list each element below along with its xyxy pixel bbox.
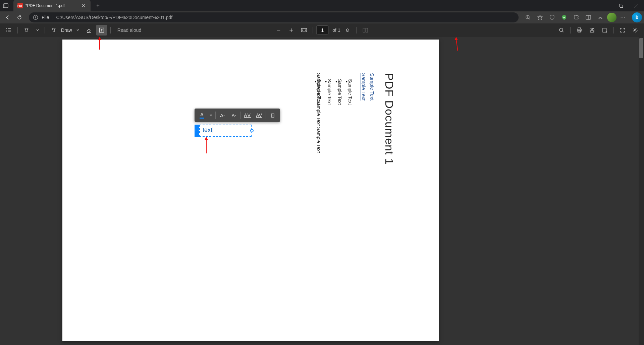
svg-rect-14 [586,15,591,19]
svg-point-7 [34,15,38,20]
svg-rect-23 [99,28,104,32]
erase-button[interactable] [84,25,94,36]
text-color-dropdown[interactable] [208,110,214,121]
svg-rect-35 [577,29,581,31]
zoom-indicator-icon[interactable] [523,12,533,23]
textbox-drag-handle[interactable]: ⋮⋮ [195,125,199,137]
profile-avatar[interactable] [607,13,616,22]
svg-point-10 [526,15,529,19]
fit-width-button[interactable] [299,25,309,36]
text-annotation-box[interactable]: ⋮⋮ text [195,125,252,137]
tab-actions-button[interactable] [0,0,11,11]
security-shield-icon[interactable] [559,12,570,23]
text-color-button[interactable]: A [197,110,207,121]
collections-button[interactable] [595,12,606,23]
svg-rect-34 [578,28,581,29]
svg-rect-30 [363,28,365,32]
print-button[interactable] [574,25,585,36]
page-total-label: of 1 [332,27,340,33]
svg-rect-37 [591,28,593,29]
svg-line-5 [635,4,638,8]
split-screen-button[interactable] [583,12,594,23]
add-text-button[interactable] [96,25,107,36]
more-menu-button[interactable]: ⋯ [618,12,629,23]
bing-button[interactable]: b [632,12,642,22]
increase-spacing-button[interactable]: AV [242,110,253,121]
sample-link-1: Sample Text [369,73,375,100]
highlight-dropdown[interactable] [34,25,41,36]
settings-button[interactable] [630,25,641,36]
close-tab-button[interactable]: ✕ [80,3,87,9]
extensions-button[interactable] [571,12,582,23]
pdf-favicon: PDF [17,3,23,8]
refresh-button[interactable] [14,12,25,23]
svg-point-20 [6,31,7,32]
page-view-button[interactable] [360,25,371,36]
maximize-window-button[interactable] [613,0,629,11]
svg-rect-4 [620,5,623,7]
delete-annotation-button[interactable] [267,110,278,121]
paragraph-text: Sample Text Sample Text Sample Text [316,73,321,153]
save-button[interactable] [587,25,597,36]
browser-tab[interactable]: PDF *PDF Document 1.pdf ✕ [13,0,91,11]
url-scheme: File [42,15,49,20]
svg-line-6 [635,4,638,8]
find-button[interactable] [556,25,567,36]
textbox-input[interactable]: text [199,125,252,137]
read-aloud-button[interactable]: Read aloud [114,27,145,33]
draw-dropdown[interactable] [74,25,82,36]
draw-label: Draw [61,27,72,33]
pdf-toolbar: Draw Read aloud of 1 [0,23,644,37]
svg-point-39 [635,29,636,31]
svg-rect-29 [301,28,307,32]
svg-point-18 [6,30,7,30]
pdf-viewport[interactable]: PDF Document 1 Sample Text Sample Text •… [0,37,644,345]
site-info-icon[interactable] [33,15,38,20]
tab-title: *PDF Document 1.pdf [25,3,78,8]
highlight-button[interactable] [21,25,32,36]
svg-point-8 [35,16,36,17]
close-window-button[interactable] [629,0,644,11]
text-annotation-toolbar: A A▴ A▾ AV AV [195,109,280,122]
svg-line-33 [562,31,564,32]
url-path: C:/Users/ASUS/Desktop/~/PDF%20Document%2… [56,15,173,20]
svg-rect-31 [366,28,368,32]
vertical-scrollbar[interactable] [639,37,644,345]
increase-font-button[interactable]: A▴ [217,110,228,121]
contents-button[interactable] [3,25,14,36]
svg-rect-40 [271,114,274,117]
save-as-button[interactable] [599,25,610,36]
rotate-button[interactable] [342,25,353,36]
document-title: PDF Document 1 [383,73,396,165]
tracking-prevention-icon[interactable] [547,12,557,23]
new-tab-button[interactable]: ＋ [93,1,103,10]
svg-line-11 [529,18,530,19]
sample-link-2: Sample Text [361,73,367,100]
decrease-font-button[interactable]: A▾ [228,110,239,121]
zoom-in-button[interactable] [286,25,297,36]
svg-rect-3 [619,4,622,7]
svg-point-16 [6,28,7,29]
minimize-window-button[interactable] [598,0,613,11]
svg-rect-36 [578,30,581,32]
page-number-input[interactable] [316,25,328,35]
draw-button[interactable] [48,25,59,36]
svg-rect-38 [591,30,593,32]
textbox-resize-handle[interactable] [250,129,254,132]
svg-rect-0 [3,4,8,8]
scrollbar-thumb[interactable] [639,38,643,58]
fullscreen-button[interactable] [617,25,628,36]
back-button[interactable] [2,12,13,23]
svg-point-32 [559,28,563,31]
address-bar[interactable]: File C:/Users/ASUS/Desktop/~/PDF%20Docum… [29,12,519,22]
zoom-out-button[interactable] [273,25,284,36]
favorite-button[interactable] [535,12,545,23]
pdf-page[interactable]: PDF Document 1 Sample Text Sample Text •… [62,40,439,341]
decrease-spacing-button[interactable]: AV [254,110,264,121]
svg-rect-9 [35,17,36,18]
